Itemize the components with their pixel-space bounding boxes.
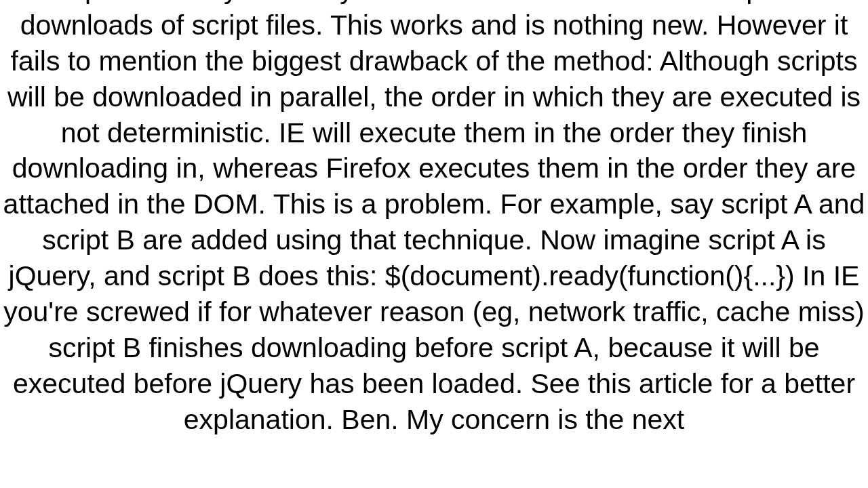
article-body-text: ‹script› nodes dynamically in the DOM in… (0, 0, 868, 437)
